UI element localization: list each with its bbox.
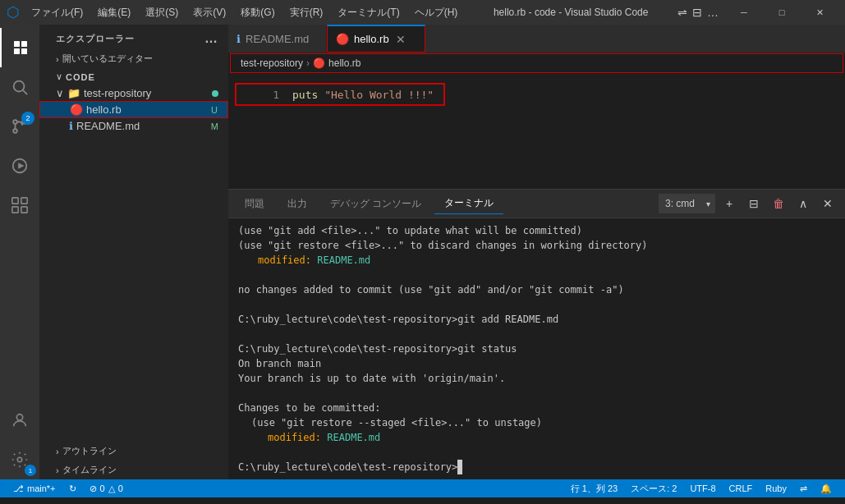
activity-search[interactable] bbox=[0, 67, 39, 107]
file-name: hello.rb bbox=[86, 103, 122, 116]
menu-go[interactable]: 移動(G) bbox=[234, 4, 281, 21]
statusbar: ⎇ main*+ ↻ ⊘ 0 △ 0 行 1、列 23 スペース: 2 UTF-… bbox=[0, 479, 845, 497]
terminal-line: modified: README.md bbox=[238, 253, 835, 268]
menu-edit[interactable]: 編集(E) bbox=[91, 4, 137, 21]
svg-rect-0 bbox=[14, 41, 20, 47]
status-encoding[interactable]: UTF-8 bbox=[683, 479, 722, 497]
terminal-dropdown-wrap: 3: cmd bbox=[659, 194, 715, 213]
terminal-tab-terminal[interactable]: ターミナル bbox=[434, 193, 503, 214]
terminal-tab-output[interactable]: 出力 bbox=[278, 194, 317, 214]
terminal-line: no changes added to commit (use "git add… bbox=[238, 282, 835, 297]
terminal-close-button[interactable]: ✕ bbox=[817, 193, 838, 214]
status-errors[interactable]: ⊘ 0 △ 0 bbox=[83, 479, 130, 497]
menu-help[interactable]: ヘルプ(H) bbox=[408, 4, 465, 21]
main-layout: 2 1 bbox=[0, 25, 845, 479]
terminal-add-button[interactable]: + bbox=[719, 193, 740, 214]
svg-marker-10 bbox=[18, 163, 24, 168]
tab-name: hello.rb bbox=[354, 33, 389, 45]
status-line-ending[interactable]: CRLF bbox=[723, 479, 760, 497]
status-bell[interactable]: 🔔 bbox=[814, 479, 838, 497]
terminal-content[interactable]: (use "git add <file>..." to update what … bbox=[228, 218, 845, 479]
layout-icon[interactable]: ⊟ bbox=[692, 6, 702, 19]
remote-icon[interactable]: ⇌ bbox=[677, 6, 687, 19]
file-badge-u: U bbox=[211, 105, 218, 115]
svg-point-4 bbox=[14, 81, 25, 92]
tab-close-button[interactable]: ✕ bbox=[394, 31, 407, 48]
minimize-button[interactable]: ─ bbox=[725, 0, 763, 25]
titlebar: ⬡ ファイル(F) 編集(E) 選択(S) 表示(V) 移動(G) 実行(R) … bbox=[0, 0, 845, 25]
git-badge: 2 bbox=[21, 112, 34, 125]
menu-view[interactable]: 表示(V) bbox=[186, 4, 232, 21]
status-branch[interactable]: ⎇ main*+ bbox=[7, 479, 62, 497]
terminal-line: On branch main bbox=[238, 356, 835, 371]
menu-run[interactable]: 実行(R) bbox=[283, 4, 330, 21]
tree-folder-test-repository[interactable]: ∨ 📁 test-repository bbox=[39, 85, 228, 101]
ruby-file-icon: 🔴 bbox=[70, 103, 83, 116]
status-right: 行 1、列 23 スペース: 2 UTF-8 CRLF Ruby ⇌ 🔔 bbox=[564, 479, 838, 497]
terminal-line: C:\ruby_lecture\code\test-repository> bbox=[238, 460, 835, 474]
error-icon: ⊘ bbox=[90, 483, 97, 494]
svg-rect-14 bbox=[21, 207, 27, 213]
timeline-section[interactable]: › タイムライン bbox=[39, 460, 228, 479]
terminal-instance-select[interactable]: 3: cmd bbox=[659, 194, 715, 213]
warning-icon: △ bbox=[108, 483, 115, 494]
terminal-tab-problems[interactable]: 問題 bbox=[235, 194, 274, 214]
status-spaces[interactable]: スペース: 2 bbox=[624, 479, 683, 497]
svg-rect-13 bbox=[12, 207, 18, 213]
sidebar-more-icon[interactable]: … bbox=[204, 31, 218, 46]
close-button[interactable]: ✕ bbox=[801, 0, 838, 25]
tree-item-hello-rb[interactable]: 🔴 hello.rb U bbox=[39, 101, 228, 118]
terminal-chevron-up-button[interactable]: ∧ bbox=[792, 193, 814, 214]
svg-point-7 bbox=[13, 129, 17, 133]
window-controls: ─ □ ✕ bbox=[725, 0, 838, 25]
menu-select[interactable]: 選択(S) bbox=[139, 4, 185, 21]
window-title: hello.rb - code - Visual Studio Code bbox=[464, 7, 677, 18]
activity-account[interactable] bbox=[0, 401, 39, 440]
more-icon[interactable]: … bbox=[707, 6, 719, 19]
tab-readme[interactable]: ℹ README.md bbox=[228, 25, 327, 53]
terminal-split-button[interactable]: ⊟ bbox=[743, 193, 765, 214]
bell-icon: 🔔 bbox=[820, 483, 832, 494]
activity-settings[interactable]: 1 bbox=[0, 440, 39, 479]
tab-hello-rb[interactable]: 🔴 hello.rb ✕ bbox=[327, 25, 425, 53]
activity-explorer[interactable] bbox=[0, 28, 39, 67]
status-line-col[interactable]: 行 1、列 23 bbox=[564, 479, 624, 497]
breadcrumb-file-icon: 🔴 bbox=[313, 57, 325, 69]
open-editors-section[interactable]: › 開いているエディター bbox=[39, 49, 228, 68]
maximize-button[interactable]: □ bbox=[763, 0, 801, 25]
terminal-tab-debug[interactable]: デバッグ コンソール bbox=[320, 194, 431, 214]
folder-icon: 📁 bbox=[67, 87, 80, 99]
svg-point-6 bbox=[13, 120, 17, 124]
sidebar-header: エクスプローラー … bbox=[39, 25, 228, 49]
terminal-line: (use "git restore --staged <file>..." to… bbox=[238, 415, 835, 430]
folder-chevron-icon: ∨ bbox=[56, 87, 64, 99]
status-language[interactable]: Ruby bbox=[759, 479, 793, 497]
terminal-line: (use "git add <file>..." to update what … bbox=[238, 223, 835, 238]
terminal-line: (use "git restore <file>..." to discard … bbox=[238, 238, 835, 253]
remote-status-icon: ⇌ bbox=[800, 483, 807, 494]
line-number: 1 bbox=[246, 89, 279, 101]
outline-section[interactable]: › アウトライン bbox=[39, 442, 228, 460]
branch-name: main*+ bbox=[27, 483, 56, 493]
readme-tab-icon: ℹ bbox=[237, 33, 241, 45]
terminal-line bbox=[238, 445, 835, 460]
svg-point-16 bbox=[17, 457, 22, 462]
terminal-line: C:\ruby_lecture\code\test-repository>git… bbox=[238, 341, 835, 356]
code-section[interactable]: ∨ CODE bbox=[39, 68, 228, 85]
menu-file[interactable]: ファイル(F) bbox=[25, 4, 90, 21]
status-sync[interactable]: ↻ bbox=[62, 479, 83, 497]
tree-item-readme[interactable]: ℹ README.md M bbox=[39, 118, 228, 134]
activity-git[interactable]: 2 bbox=[0, 107, 39, 146]
warning-count: 0 bbox=[118, 483, 123, 493]
svg-rect-1 bbox=[21, 41, 27, 47]
activity-extensions[interactable] bbox=[0, 186, 39, 225]
status-remote[interactable]: ⇌ bbox=[793, 479, 814, 497]
terminal-trash-button[interactable]: 🗑 bbox=[768, 193, 789, 214]
git-status-dot bbox=[212, 90, 218, 97]
menu-terminal[interactable]: ターミナル(T) bbox=[331, 4, 406, 21]
svg-rect-12 bbox=[21, 198, 27, 204]
svg-point-15 bbox=[16, 415, 22, 420]
terminal-line bbox=[238, 297, 835, 312]
activity-run[interactable] bbox=[0, 146, 39, 186]
code-editor[interactable]: 1 puts "Hello World !!!" bbox=[228, 73, 845, 189]
